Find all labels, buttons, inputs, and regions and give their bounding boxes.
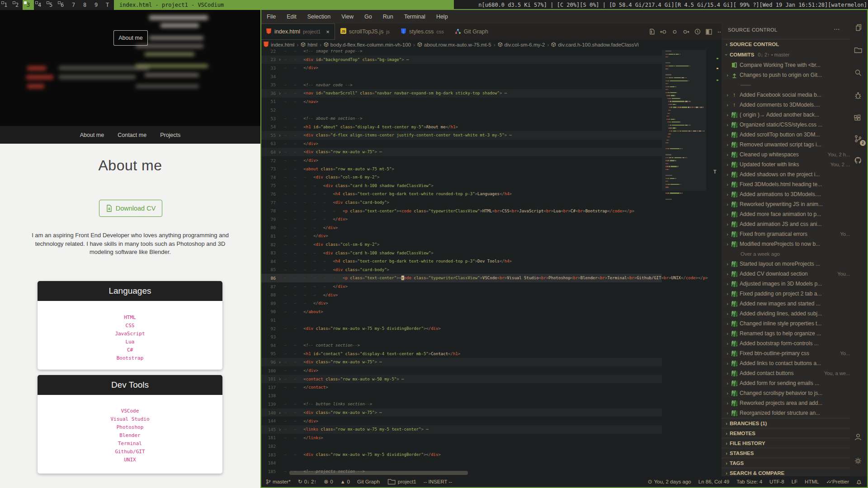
nav-link-about-me[interactable]: About me (80, 132, 104, 138)
chevron-right-icon[interactable]: › (724, 132, 731, 137)
nav-link-projects[interactable]: Projects (160, 132, 180, 138)
commit-row[interactable]: ›Added form for sending emails ... (722, 378, 850, 388)
workspace-tag-6[interactable]: 6 (57, 0, 68, 10)
code-line-89[interactable]: 89→ → → </div> (260, 299, 662, 308)
workspace-tag-4[interactable]: 4 (34, 0, 45, 10)
menu-selection[interactable]: Selection (307, 14, 330, 20)
status-item-project1[interactable]: project1 (387, 477, 416, 486)
account-icon[interactable] (854, 432, 863, 442)
settings-icon[interactable] (854, 456, 863, 466)
code-line-144[interactable]: 144→ → </div> (260, 417, 662, 425)
code-line-34[interactable]: 34 (260, 72, 662, 81)
commit-row[interactable]: ›Reorganized folder structure an... (722, 408, 850, 418)
chevron-right-icon[interactable]: › (724, 301, 731, 306)
breadcrumb-item[interactable]: about.row.mx-auto.w-75.mt-5 (417, 42, 491, 48)
code-line-145[interactable]: 145›→ → <links class="row mx-auto w-75 m… (260, 425, 662, 434)
tab-index.html[interactable]: index.htmlproject1× (260, 23, 335, 40)
status-item--insert-[interactable]: -- INSERT -- (424, 479, 452, 484)
commit-row[interactable]: ›Modified moreProjects to now b... (722, 239, 850, 249)
code-line-94[interactable]: 94→ → <!-- contact section--> (260, 341, 662, 350)
code-line-54[interactable]: 54→ → <h1 id="about" class="display-4 te… (260, 122, 662, 131)
commit-row[interactable]: Compare Working Tree with <br... (722, 60, 850, 70)
code-line-55[interactable]: 55›→ → <div class="d-flex align-items-ce… (260, 131, 662, 140)
status-item-git-graph[interactable]: Git Graph (357, 479, 380, 484)
files-icon[interactable] (854, 23, 863, 33)
commit-row[interactable]: ›Removed unwanted script tags i... (722, 140, 850, 150)
status-item-0-2-[interactable]: ↻0↓ 2↑ (298, 479, 317, 485)
workspace-tag-3[interactable]: 3 (23, 0, 34, 10)
workspace-tag-T[interactable]: T (102, 0, 113, 10)
download-cv-button[interactable]: Download CV (99, 200, 162, 217)
code-line-73[interactable]: 73→ → <about class="row mx-auto w-75 mt-… (260, 164, 662, 173)
prev-change-icon[interactable] (660, 29, 667, 35)
code-line-140[interactable]: 140›→ → <div class="row mx-auto w-75"> ⋯ (260, 408, 662, 417)
code-line-74[interactable]: 74→ → → <div class="col-sm-6 my-2"> (260, 173, 662, 182)
code-line-83[interactable]: 83→ → → → <div class="card h-100 shadow … (260, 249, 662, 257)
fold-chevron-icon[interactable]: › (276, 133, 284, 138)
workspace-tag-8[interactable]: 8 (79, 0, 90, 10)
code-line-78[interactable]: 78→ → → → → → <p class="text-center"><co… (260, 206, 662, 215)
source-control-icon[interactable]: 2 (854, 134, 863, 144)
fold-chevron-icon[interactable]: › (276, 150, 284, 155)
commit-row[interactable]: ›Fixed from gramatical errorsYo... (722, 229, 850, 239)
hero-about-me-button[interactable]: About me (113, 30, 148, 46)
code-line-93[interactable]: 93 (260, 333, 662, 341)
status-item-utf-8[interactable]: UTF-8 (769, 479, 784, 484)
commits-header[interactable]: › COMMITS 0↓ 2↑ • master (722, 50, 850, 60)
code-line-51[interactable]: 51→ → </nav> (260, 98, 662, 106)
chevron-right-icon[interactable]: › (724, 112, 731, 117)
commit-row[interactable]: ›Started layout on moreProjects ... (722, 259, 850, 269)
code-line-92[interactable]: 92→ → <div class="row mx-auto w-75 my-5 … (260, 324, 662, 333)
fold-chevron-icon[interactable]: › (276, 360, 284, 365)
status-item-master-[interactable]: master* (266, 479, 291, 484)
code-line-183[interactable]: 183→ → <div class="row mx-auto w-75 my-5… (260, 450, 662, 459)
github-icon[interactable] (854, 156, 863, 166)
next-change-icon[interactable] (683, 29, 689, 35)
chevron-right-icon[interactable]: › (724, 122, 731, 127)
chevron-right-icon[interactable]: › (724, 142, 731, 147)
tab-scrollTopJS.js[interactable]: JSscrollTopJS.jsjs (335, 23, 395, 40)
code-line-53[interactable]: 53→ → <!-- about-me section--> (260, 114, 662, 123)
scm-section-file-history[interactable]: ›FILE HISTORY (722, 438, 850, 448)
chevron-right-icon[interactable]: › (724, 321, 731, 326)
code-line-101[interactable]: 101›→ → <contact class="row mx-auto w-50… (260, 375, 662, 383)
chevron-right-icon[interactable]: › (724, 241, 731, 247)
code-line-75[interactable]: 75→ → → → <div class="card h-100 shadow … (260, 182, 662, 190)
menu-help[interactable]: Help (436, 14, 448, 20)
breadcrumb-item[interactable]: index.html (263, 41, 294, 48)
code-line-96[interactable]: 96›→ → <div class="row mx-auto w-75"> ⋯ (260, 358, 662, 366)
chevron-right-icon[interactable]: › (724, 152, 731, 157)
menu-view[interactable]: View (341, 14, 354, 20)
commit-row[interactable]: ›Changed inline style properties t... (722, 319, 850, 328)
folder-icon[interactable] (854, 46, 863, 56)
fold-chevron-icon[interactable]: › (276, 376, 284, 381)
chevron-right-icon[interactable]: › (724, 172, 731, 177)
workspace-tag-1[interactable]: 1 (0, 0, 11, 10)
menu-run[interactable]: Run (383, 14, 393, 20)
code-line-181[interactable]: 181→ → </links> (260, 434, 662, 442)
code-line-33[interactable]: 33→ → </div> (260, 64, 662, 72)
commit-row[interactable]: ›Renamed tags to help organize ... (722, 328, 850, 338)
horizontal-scrollbar[interactable] (289, 471, 468, 475)
chevron-right-icon[interactable]: › (724, 72, 731, 78)
chevron-right-icon[interactable]: › (724, 410, 731, 416)
commit-row[interactable]: ›Cleaned up whitespacesYou, 2 h... (722, 150, 850, 160)
code-line-81[interactable]: 81→ → → </div> (260, 232, 662, 240)
chevron-right-icon[interactable]: › (724, 182, 731, 187)
extensions-icon[interactable] (854, 114, 863, 124)
code-line-182[interactable]: 182 (260, 442, 662, 450)
workspace-tag-7[interactable]: 7 (68, 0, 79, 10)
menu-go[interactable]: Go (364, 14, 372, 20)
search-icon[interactable] (854, 68, 863, 78)
code-line-90[interactable]: 90→ → </about> (260, 308, 662, 316)
commit-row[interactable]: ›Fixed padding on project 2 tab a... (722, 289, 850, 299)
commit-row[interactable]: ›Organized static/CSS/styles.css ... (722, 120, 850, 130)
nav-link-contact-me[interactable]: Contact me (118, 132, 146, 138)
workspace-tag-9[interactable]: 9 (90, 0, 102, 10)
commit-row[interactable]: ›Adjusted images in 3D Models p... (722, 279, 850, 289)
workspace-tag-2[interactable]: 2 (11, 0, 23, 10)
status-item-lf[interactable]: LF (792, 479, 797, 484)
commit-row[interactable]: ›Added contact buttonsYou, a we... (722, 368, 850, 378)
code-line-100[interactable]: 100→ → </div> (260, 366, 662, 375)
change-icon[interactable] (672, 29, 678, 35)
